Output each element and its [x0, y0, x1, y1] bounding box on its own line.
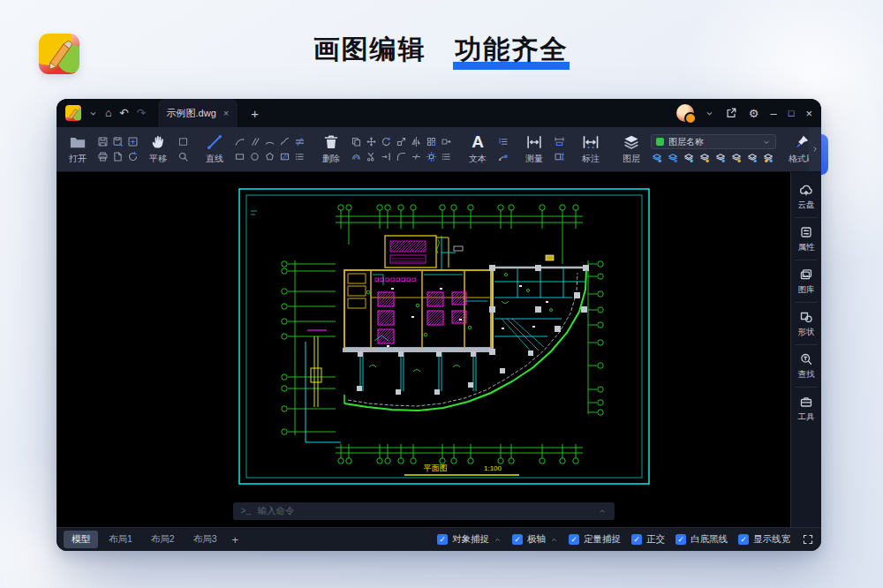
scale-icon[interactable]	[396, 136, 407, 147]
checkbox-checked[interactable]: ✓	[569, 534, 579, 545]
more-draw-icon[interactable]	[294, 151, 306, 162]
document-tab[interactable]: 示例图.dwg ×	[158, 99, 238, 127]
layer-state-icon[interactable]	[762, 152, 774, 164]
parallel-lines-icon[interactable]	[249, 136, 260, 147]
insert-icon[interactable]	[127, 136, 139, 147]
layer-state-icon[interactable]	[730, 152, 743, 164]
tab-model[interactable]: 模型	[64, 531, 98, 548]
checkbox-checked[interactable]: ✓	[631, 534, 642, 545]
more-modify-icon[interactable]	[441, 151, 452, 162]
erase-button[interactable]: 删除	[316, 133, 346, 165]
command-input[interactable]: 输入命令	[258, 505, 295, 517]
fillet-icon[interactable]	[396, 151, 407, 162]
leader-icon[interactable]	[497, 151, 509, 162]
zoom-icon[interactable]	[177, 151, 189, 162]
break-icon[interactable]	[411, 151, 422, 162]
command-bar[interactable]: >_ 输入命令	[233, 502, 615, 520]
stretch-icon[interactable]	[441, 136, 452, 147]
tab-layout3[interactable]: 布局3	[185, 531, 225, 548]
share-icon[interactable]	[725, 107, 737, 119]
toggle-snap[interactable]: ✓ 定量捕捉	[569, 533, 621, 546]
layer-select[interactable]: 图层名称	[651, 134, 776, 149]
rotate-icon[interactable]	[381, 136, 392, 147]
dimension-button[interactable]: 标注	[576, 133, 606, 165]
sidebar-item-tools[interactable]: 工具	[795, 387, 818, 429]
circle-icon[interactable]	[249, 151, 260, 162]
save-as-icon[interactable]	[112, 136, 124, 147]
dimension-horizontal-icon[interactable]	[554, 136, 565, 147]
spline-icon[interactable]	[279, 136, 291, 147]
toggle-object-snap[interactable]: ✓ 对象捕捉	[437, 533, 502, 546]
fullscreen-icon[interactable]	[802, 533, 814, 546]
array-icon[interactable]	[426, 136, 437, 147]
toggle-ortho[interactable]: ✓ 正交	[631, 533, 665, 546]
polygon-icon[interactable]	[264, 151, 275, 162]
vip-badge	[684, 112, 697, 124]
sidebar-item-properties[interactable]: 属性	[795, 217, 818, 260]
maximize-button[interactable]: □	[789, 108, 795, 118]
checkbox-checked[interactable]: ✓	[512, 534, 523, 545]
minimize-button[interactable]: –	[771, 107, 777, 120]
toggle-polar[interactable]: ✓ 极轴	[512, 533, 558, 546]
close-button[interactable]: ×	[805, 107, 812, 120]
save-icon[interactable]	[97, 136, 109, 147]
user-avatar[interactable]	[676, 104, 694, 122]
dimension-vertical-icon[interactable]	[554, 151, 565, 162]
open-button[interactable]: 打开	[63, 133, 93, 165]
pan-button[interactable]: 平移	[143, 133, 173, 165]
measure-button[interactable]: 测量	[519, 133, 549, 165]
explode-icon[interactable]	[426, 151, 437, 162]
hatch-icon[interactable]	[279, 151, 291, 162]
toolbar-expand-button[interactable]	[809, 127, 821, 171]
checkbox-checked[interactable]: ✓	[437, 534, 448, 545]
rectangle-icon[interactable]	[234, 151, 245, 162]
mirror-icon[interactable]	[411, 136, 422, 147]
tab-layout2[interactable]: 布局2	[143, 531, 183, 548]
text-button[interactable]: A 文本	[463, 133, 493, 165]
new-tab-button[interactable]: +	[251, 106, 259, 121]
toggle-lineweight[interactable]: ✓ 显示线宽	[738, 533, 790, 546]
sidebar-item-find[interactable]: 查找	[795, 344, 818, 387]
settings-gear-icon[interactable]: ⚙	[749, 107, 759, 120]
undo-button[interactable]: ↶	[120, 108, 129, 119]
toggle-white-bg[interactable]: ✓ 白底黑线	[675, 533, 728, 546]
home-button[interactable]: ⌂	[105, 108, 112, 119]
layer-state-icon[interactable]	[746, 152, 758, 164]
checkbox-checked[interactable]: ✓	[738, 534, 749, 545]
layer-state-icon[interactable]	[651, 152, 663, 164]
extend-icon[interactable]	[381, 151, 392, 162]
sidebar-item-shapes[interactable]: 形状	[795, 302, 818, 344]
select-window-icon[interactable]	[177, 136, 189, 147]
export-pdf-icon[interactable]	[112, 151, 124, 162]
offset-icon[interactable]	[351, 151, 362, 162]
tab-close-icon[interactable]: ×	[223, 108, 229, 118]
numbered-list-icon[interactable]	[497, 136, 509, 147]
curve-icon[interactable]	[264, 136, 275, 147]
print-icon[interactable]	[97, 151, 109, 162]
chevron-up-icon[interactable]	[494, 536, 502, 544]
arc-icon[interactable]	[234, 136, 245, 147]
add-layout-button[interactable]: +	[228, 533, 244, 547]
sidebar-item-gallery[interactable]: 图库	[795, 260, 818, 302]
tab-layout1[interactable]: 布局1	[101, 531, 140, 548]
multiline-icon[interactable]	[294, 136, 306, 147]
line-button[interactable]: 直线	[200, 133, 230, 165]
copy-icon[interactable]	[351, 136, 362, 147]
drawing-canvas[interactable]: 平面图 1:100 >_ 输入命令	[57, 172, 790, 527]
layer-state-icon[interactable]	[667, 152, 679, 164]
sidebar-item-cloud[interactable]: 云盘	[795, 176, 818, 217]
checkbox-checked[interactable]: ✓	[675, 534, 686, 545]
layer-state-icon[interactable]	[714, 152, 727, 164]
layer-button[interactable]: 图层	[616, 133, 646, 165]
app-icon[interactable]	[65, 105, 81, 121]
redo-button[interactable]: ↷	[137, 108, 146, 119]
layer-state-icon[interactable]	[698, 152, 711, 164]
sync-icon[interactable]	[127, 151, 139, 162]
trim-icon[interactable]	[366, 151, 377, 162]
chevron-up-icon[interactable]	[598, 507, 607, 516]
layer-state-icon[interactable]	[683, 152, 695, 164]
chevron-down-icon[interactable]	[706, 109, 713, 117]
move-icon[interactable]	[366, 136, 377, 147]
chevron-down-icon[interactable]	[89, 109, 97, 117]
chevron-up-icon[interactable]	[550, 536, 558, 544]
